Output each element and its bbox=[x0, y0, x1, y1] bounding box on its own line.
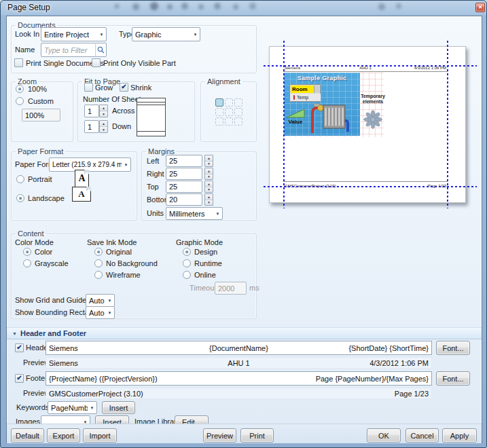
alignment-cell-middle-center[interactable] bbox=[225, 108, 233, 116]
timeout-label: Timeout bbox=[190, 282, 216, 295]
zoom-custom-input[interactable]: 100% bbox=[22, 109, 60, 122]
margin-right-input[interactable]: 25 bbox=[166, 168, 202, 180]
value-triangle-icon bbox=[286, 109, 305, 118]
alignment-cell-bottom-left[interactable] bbox=[215, 117, 223, 126]
print-button[interactable]: Print bbox=[240, 428, 274, 443]
units-label: Units bbox=[147, 207, 164, 220]
show-bounding-select[interactable]: Auto ▼ bbox=[86, 306, 115, 319]
preview-button[interactable]: Preview bbox=[203, 428, 236, 443]
footer-checkbox[interactable]: ✔ bbox=[15, 374, 24, 383]
design-radio[interactable] bbox=[183, 248, 191, 256]
footer-text-input[interactable]: {ProjectName} ({ProjectVersion}) Page {P… bbox=[46, 371, 432, 386]
default-button[interactable]: Default bbox=[11, 428, 44, 443]
margin-top-input[interactable]: 25 bbox=[166, 181, 202, 193]
alignment-cell-middle-right[interactable] bbox=[234, 108, 242, 116]
keywords-select[interactable]: PageNumber ▼ bbox=[48, 401, 97, 414]
header-preview-band: Siemens AHU 1 4/3/2012 1:06 PM bbox=[46, 357, 432, 369]
name-label: Name bbox=[15, 43, 35, 57]
print-single-checkbox[interactable]: ✔ bbox=[14, 58, 23, 67]
units-select[interactable]: Millimeters ▼ bbox=[166, 207, 223, 220]
print-visible-checkbox[interactable]: ✔ bbox=[92, 58, 101, 67]
alignment-cell-bottom-center[interactable] bbox=[225, 117, 233, 126]
keywords-insert-button[interactable]: Insert bbox=[102, 401, 135, 414]
show-grid-select[interactable]: Auto ▼ bbox=[86, 294, 115, 307]
alignment-cell-top-center[interactable] bbox=[225, 98, 233, 107]
titlebar[interactable]: Page Setup ✕ bbox=[1, 1, 487, 16]
alignment-cell-top-right[interactable] bbox=[234, 98, 242, 107]
alignment-cell-bottom-right[interactable] bbox=[234, 117, 242, 126]
apply-button[interactable]: Apply bbox=[442, 428, 477, 443]
online-radio[interactable] bbox=[183, 271, 191, 279]
spin-up-button[interactable]: ▲ bbox=[100, 121, 107, 127]
portrait-paper-icon: A bbox=[75, 170, 89, 187]
grow-checkbox[interactable]: ✔ bbox=[84, 83, 93, 92]
alignment-cell-middle-left[interactable] bbox=[215, 108, 223, 116]
header-text-input[interactable]: Siemens {DocumentName} {ShortDate} {Shor… bbox=[46, 341, 432, 355]
spin-up-button[interactable]: ▲ bbox=[205, 181, 213, 187]
chevron-down-icon: ▼ bbox=[97, 33, 106, 37]
header-checkbox[interactable]: ✔ bbox=[15, 343, 24, 352]
sheets-down-input[interactable]: 1 bbox=[84, 120, 99, 133]
header-footer-expander[interactable]: ▼ Header and Footer bbox=[7, 327, 482, 339]
cancel-button[interactable]: Cancel bbox=[405, 428, 439, 443]
spin-up-button[interactable]: ▲ bbox=[205, 155, 213, 162]
sheets-down-spinner[interactable]: ▲ ▼ bbox=[99, 120, 108, 133]
runtime-radio[interactable] bbox=[183, 259, 191, 267]
spin-down-button[interactable]: ▼ bbox=[205, 174, 213, 180]
export-button[interactable]: Export bbox=[47, 428, 80, 443]
no-background-label: No Background bbox=[106, 259, 158, 268]
color-radio[interactable] bbox=[23, 248, 31, 256]
margin-bottom-spinner[interactable]: ▲ ▼ bbox=[204, 193, 213, 206]
print-visible-label: Print Only Visible Part bbox=[103, 58, 176, 68]
chevron-down-icon: ▼ bbox=[105, 311, 114, 315]
graphic-mode-label: Graphic Mode bbox=[176, 238, 223, 247]
zoom-100-label: 100% bbox=[28, 84, 47, 94]
close-button[interactable]: ✕ bbox=[475, 3, 485, 12]
spin-down-button[interactable]: ▼ bbox=[100, 111, 107, 117]
margin-top-spinner[interactable]: ▲ ▼ bbox=[204, 181, 213, 193]
import-button[interactable]: Import bbox=[83, 428, 117, 443]
close-icon: ✕ bbox=[478, 5, 483, 10]
header-font-button[interactable]: Font... bbox=[436, 341, 470, 355]
timeout-input[interactable]: 2000 bbox=[215, 282, 247, 295]
value-label: Value bbox=[284, 119, 307, 125]
landscape-label: Landscape bbox=[28, 193, 65, 203]
portrait-radio[interactable] bbox=[16, 175, 24, 183]
zoom-custom-radio[interactable] bbox=[16, 97, 24, 105]
paper-form-select[interactable]: Letter (215.9 x 279.4 mm) ▼ bbox=[49, 157, 131, 172]
spin-down-button[interactable]: ▼ bbox=[205, 187, 213, 193]
preview-footer-rule bbox=[283, 181, 448, 182]
spin-up-button[interactable]: ▲ bbox=[100, 105, 107, 111]
search-button[interactable] bbox=[95, 43, 107, 57]
name-filter-input[interactable]: Type to Filter bbox=[41, 43, 96, 57]
grayscale-radio[interactable] bbox=[23, 259, 31, 267]
zoom-custom-label: Custom bbox=[28, 96, 54, 106]
look-in-select[interactable]: Entire Project ▼ bbox=[41, 27, 107, 41]
sheets-across-input[interactable]: 1 bbox=[84, 105, 99, 117]
shrink-checkbox[interactable]: ✔ bbox=[120, 83, 128, 92]
landscape-radio[interactable] bbox=[16, 194, 24, 202]
spin-down-button[interactable]: ▼ bbox=[100, 127, 107, 132]
spin-up-button[interactable]: ▲ bbox=[205, 194, 213, 200]
zoom-100-radio[interactable] bbox=[16, 85, 24, 93]
footer-font-button[interactable]: Font... bbox=[436, 371, 470, 386]
margin-right-label: Right bbox=[147, 168, 164, 181]
window-title: Page Setup bbox=[7, 3, 50, 12]
timeout-unit-label: ms bbox=[249, 282, 259, 295]
margin-left-input[interactable]: 25 bbox=[166, 155, 202, 167]
spin-down-button[interactable]: ▼ bbox=[205, 162, 213, 167]
spin-up-button[interactable]: ▲ bbox=[205, 168, 213, 174]
spin-down-button[interactable]: ▼ bbox=[205, 200, 213, 206]
margin-right-spinner[interactable]: ▲ ▼ bbox=[204, 168, 213, 180]
no-background-radio[interactable] bbox=[94, 259, 103, 267]
sheets-across-spinner[interactable]: ▲ ▼ bbox=[99, 105, 108, 117]
margin-bottom-input[interactable]: 20 bbox=[166, 193, 202, 206]
margin-left-spinner[interactable]: ▲ ▼ bbox=[204, 155, 213, 167]
room-label: Room bbox=[291, 86, 314, 93]
ok-button[interactable]: OK bbox=[367, 428, 401, 443]
sample-graphic-panel: Sample Graphic Room Temp Value bbox=[284, 73, 360, 136]
type-select[interactable]: Graphic ▼ bbox=[132, 27, 200, 41]
wireframe-radio[interactable] bbox=[94, 271, 103, 279]
alignment-cell-top-left[interactable] bbox=[215, 98, 223, 107]
original-radio[interactable] bbox=[94, 248, 103, 256]
